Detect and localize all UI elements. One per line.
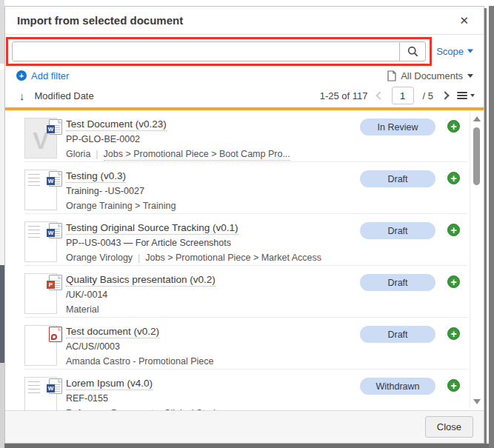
document-meta: Material	[66, 304, 354, 315]
search-row: Scope	[5, 35, 484, 67]
word-icon: W	[49, 171, 62, 187]
document-row: W Testing Original Source Tracking (v0.1…	[24, 214, 467, 266]
scope-dropdown[interactable]: Scope	[436, 46, 473, 57]
prev-page-icon[interactable]	[375, 91, 384, 99]
document-meta: Gloria|Jobs > Promotional Piece > Boot C…	[66, 149, 354, 159]
document-title-link[interactable]: Test Document (v0.23)	[66, 118, 167, 131]
add-filter-button[interactable]: + Add filter	[16, 70, 69, 81]
red-annotation-box	[6, 37, 432, 66]
document-row: W Lorem Ipsum (v4.0) REF-0155 Reference …	[24, 370, 467, 410]
scroll-up-icon[interactable]	[473, 116, 481, 121]
add-document-button[interactable]: +	[447, 172, 460, 184]
document-thumbnail: W	[24, 221, 57, 262]
pagination: 1-25 of 117 / 5	[320, 87, 475, 104]
search-input[interactable]	[12, 41, 400, 61]
document-meta: Orange Training > Training	[66, 201, 354, 211]
pdf-glyph	[51, 334, 57, 340]
view-layout-dropdown[interactable]	[457, 92, 475, 99]
add-filter-plus-icon: +	[16, 70, 27, 81]
document-info: Lorem Ipsum (v4.0) REF-0155 Reference Do…	[66, 375, 354, 410]
powerpoint-icon: P	[49, 275, 62, 290]
document-number: Training- -US-0027	[66, 186, 354, 196]
document-info: Testing (v0.3) Training- -US-0027 Orange…	[66, 168, 354, 211]
document-thumbnail: W	[24, 377, 57, 410]
scroll-down-icon[interactable]	[473, 399, 481, 404]
search-button[interactable]	[399, 41, 426, 61]
document-breadcrumb: Orange Training > Training	[66, 201, 176, 211]
status-badge: Draft	[360, 326, 435, 343]
document-title-link[interactable]: Testing (v0.3)	[66, 170, 126, 183]
document-row: W Testing (v0.3) Training- -US-0027 Oran…	[24, 162, 467, 214]
document-number: AC/US//0003	[66, 341, 354, 352]
scope-label: Scope	[436, 46, 464, 57]
document-number: /UK/-0014	[66, 290, 354, 300]
page-number-input[interactable]	[392, 87, 414, 104]
document-breadcrumb: Material	[66, 304, 99, 315]
word-icon: W	[49, 378, 62, 394]
add-document-button[interactable]: +	[447, 275, 460, 288]
file-badge-letter: W	[47, 384, 55, 392]
document-type-dropdown[interactable]: All Documents	[387, 70, 473, 81]
dialog-title: Import from selected document	[17, 14, 183, 27]
document-meta: Amanda Castro - Promotional Piece	[66, 356, 354, 367]
close-icon[interactable]: ✕	[456, 13, 472, 29]
chevron-down-icon	[467, 74, 473, 78]
page-count-label: / 5	[423, 90, 433, 101]
status-badge: Draft	[360, 170, 435, 187]
file-badge-letter: W	[47, 229, 55, 237]
document-row: P Quality Basics presentation (v0.2) /UK…	[24, 266, 467, 318]
add-document-button[interactable]: +	[447, 224, 460, 236]
thumbnail-text-lines	[28, 226, 40, 238]
sort-button[interactable]: ↓ Modified Date	[19, 90, 94, 102]
filter-row: + Add filter All Documents	[5, 67, 484, 84]
sort-row: ↓ Modified Date 1-25 of 117 / 5	[5, 84, 484, 107]
status-badge: Draft	[360, 274, 435, 291]
document-thumbnail: V W	[24, 118, 57, 158]
meta-separator: |	[96, 149, 98, 159]
document-number: PP--US-0043 — For Article Screenshots	[66, 238, 354, 248]
import-dialog: Import from selected document ✕ Scope + …	[4, 6, 484, 444]
chevron-down-icon	[467, 50, 473, 53]
file-badge-letter: W	[47, 177, 55, 185]
document-title-link[interactable]: Lorem Ipsum (v4.0)	[66, 378, 153, 390]
list-view-icon	[457, 92, 467, 99]
document-number: PP-GLO-BE-0002	[66, 134, 354, 144]
document-number: REF-0155	[66, 393, 354, 404]
document-rows: V W Test Document (v0.23) PP-GLO-BE-0002…	[24, 110, 467, 410]
document-row: V W Test Document (v0.23) PP-GLO-BE-0002…	[24, 110, 467, 162]
search-icon	[407, 46, 418, 57]
scrollbar-thumb[interactable]	[473, 127, 480, 185]
meta-separator: |	[138, 253, 140, 263]
file-badge-letter: P	[47, 281, 55, 289]
add-document-button[interactable]: +	[447, 327, 460, 340]
status-badge: Withdrawn	[360, 378, 435, 395]
document-owner: Orange Virology	[66, 253, 133, 263]
document-meta: Orange Virology|Jobs > Promotional Piece…	[66, 253, 354, 263]
add-document-button[interactable]: +	[447, 120, 460, 133]
document-owner: Gloria	[66, 149, 90, 159]
dialog-footer: Close	[5, 410, 484, 443]
result-range-label: 1-25 of 117	[320, 90, 368, 101]
document-title-link[interactable]: Test document (v0.2)	[66, 326, 159, 338]
document-thumbnail: W	[24, 170, 57, 210]
document-meta: Reference Document > Clinical Study	[66, 408, 354, 410]
document-row: Test document (v0.2) AC/US//0003 Amanda …	[24, 318, 467, 370]
document-list: V W Test Document (v0.23) PP-GLO-BE-0002…	[5, 110, 484, 410]
document-title-link[interactable]: Quality Basics presentation (v0.2)	[66, 274, 216, 287]
document-breadcrumb: Amanda Castro - Promotional Piece	[66, 356, 213, 367]
document-title-link[interactable]: Testing Original Source Tracking (v0.1)	[66, 222, 238, 235]
thumbnail-text-lines	[28, 174, 40, 187]
document-info: Test document (v0.2) AC/US//0003 Amanda …	[66, 324, 354, 367]
modal-shadow	[4, 444, 489, 448]
next-page-icon[interactable]	[441, 91, 449, 99]
status-badge: Draft	[360, 222, 435, 239]
word-icon: W	[49, 223, 62, 238]
thumbnail-text-lines	[28, 381, 40, 394]
close-button[interactable]: Close	[425, 416, 473, 438]
add-filter-label: Add filter	[31, 70, 69, 81]
document-type-label: All Documents	[401, 70, 463, 81]
document-breadcrumb: Jobs > Promotional Piece > Boot Camp Pro…	[104, 149, 290, 161]
add-document-button[interactable]: +	[447, 379, 460, 392]
document-breadcrumb: Jobs > Promotional Piece > Market Access	[145, 253, 321, 263]
pdf-icon	[49, 327, 62, 342]
